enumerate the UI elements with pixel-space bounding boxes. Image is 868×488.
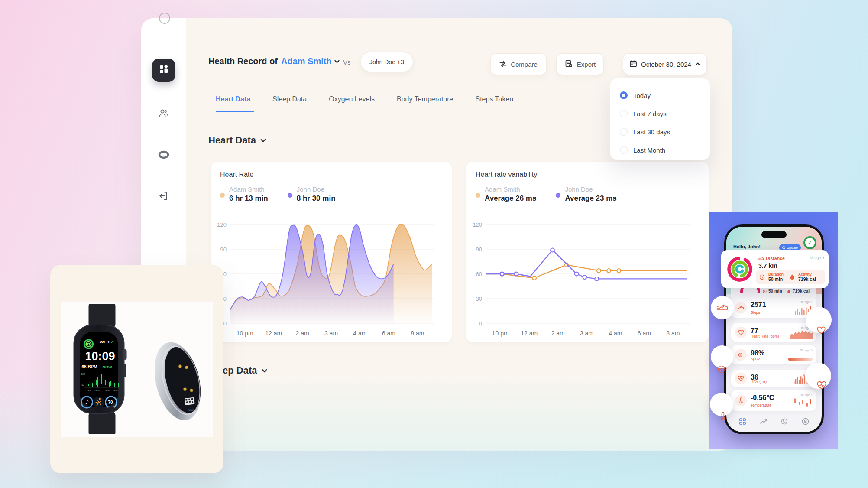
svg-text:70: 70 [108,400,113,405]
spo2-value: 98% [751,349,764,357]
svg-text:90: 90 [220,246,227,253]
heart-rate-mini-chart [790,329,813,339]
menu-item-last-month[interactable]: Last Month [620,141,710,159]
smart-ring-image: SIZE 10 [155,338,203,424]
phone-greeting: Hello, John! [733,244,761,249]
compare-button[interactable]: Compare [490,53,547,75]
smart-ring-icon [157,148,170,163]
export-button[interactable]: Export [556,53,604,75]
tab-steps-taken[interactable]: Steps Taken [476,95,514,111]
nav-profile-icon[interactable] [802,418,809,427]
refresh-icon [782,246,785,249]
o2-icon: O₂ [717,364,728,376]
devices-photo: WED 7 10:09 68 BPM NOW 104 52 12AM 6AM 1… [61,302,213,437]
legend-value: 8 hr 30 min [297,194,336,203]
radio-icon [620,128,628,136]
sleep-section-divider [208,387,710,387]
tab-oxygen-levels[interactable]: Oxygen Levels [329,95,375,111]
nav-sleep-icon[interactable] [781,418,788,427]
svg-text:12 am: 12 am [265,330,282,337]
dashboard-card: Health Record of Adam Smith Vs John Doe … [141,18,732,451]
svg-text:60: 60 [476,271,482,277]
svg-text:4 am: 4 am [353,330,366,337]
steps-card[interactable]: 2571 Steps 3h ago [731,297,816,318]
temperature-value: -0.56°C [751,394,774,402]
legend-divider [278,187,278,203]
svg-text:120: 120 [217,221,227,228]
chevron-up-icon [695,62,700,66]
hrv-label: HRV (ms) [751,379,767,384]
flame-icon [790,274,795,280]
chevron-down-icon [262,369,267,373]
health-dashboard-screen: Health Record of Adam Smith Vs John Doe … [0,0,868,488]
distance-popup-card[interactable]: Distance 3.7 km 3h ago Duration 50 min A… [721,250,829,288]
menu-item-label: Last 30 days [633,128,670,136]
chevron-right-icon [811,349,813,352]
svg-text:10 pm: 10 pm [236,330,253,337]
sidebar-item-logout[interactable] [141,190,186,203]
heart-rate-label: Heart Rate (bpm) [751,334,779,338]
svg-text:4 am: 4 am [609,330,622,337]
users-icon [158,107,170,121]
svg-text:12PM: 12PM [104,389,110,392]
svg-text:12 am: 12 am [521,330,538,337]
clock-icon [759,274,765,280]
svg-text:0: 0 [223,320,227,327]
menu-item-last-7-days[interactable]: Last 7 days [620,104,710,123]
svg-text:6 am: 6 am [638,330,651,337]
legend-name: Adam Smith [229,185,268,193]
patient-selector[interactable]: Adam Smith [281,56,340,66]
radio-icon [620,110,628,117]
spo2-card[interactable]: O₂ 98% SpO2 3h ago [731,345,816,364]
svg-text:120: 120 [473,221,482,228]
heart-rate-card[interactable]: 77 Heart Rate (bpm) 3h ago [731,323,816,342]
section-title: Heart Data [208,135,256,146]
nav-dashboard-icon[interactable] [739,418,746,427]
svg-text:8 am: 8 am [411,330,424,337]
card-timestamp: 3h ago [800,348,813,352]
chart-title: Heart Rate [220,171,442,179]
legend-value: 6 hr 13 min [229,194,268,203]
activity-rings-icon [726,256,753,283]
heart-icon [735,327,747,338]
chevron-right-icon [811,300,813,303]
goal-check-icon: ✓ [803,236,816,249]
top-divider [208,39,710,39]
dynamic-island [761,231,787,238]
tab-sleep-data[interactable]: Sleep Data [272,95,307,111]
tab-body-temperature[interactable]: Body Temperature [397,95,453,111]
activity-value: 719k cal [798,277,816,282]
menu-item-today[interactable]: Today [620,86,710,104]
svg-text:30: 30 [476,296,482,302]
legend-dot-orange [476,193,480,198]
shoe-icon [758,256,764,261]
tab-heart-data[interactable]: Heart Data [216,95,250,111]
comparison-chip-label: John Doe +3 [369,59,404,65]
legend-item: Adam Smith Average 26 ms [476,185,536,203]
sidebar-item-dashboard[interactable] [152,59,175,82]
phone-bottom-nav [726,416,822,429]
svg-text:2 am: 2 am [551,330,565,337]
menu-item-label: Today [633,92,651,99]
sidebar-item-members[interactable] [141,107,186,121]
legend-name: Adam Smith [485,185,536,193]
heart-data-section-header[interactable]: Heart Data [208,135,266,146]
sidebar-item-ring-device[interactable] [141,148,186,163]
temperature-card[interactable]: -0.56°C Temperature 3h ago [731,390,816,411]
hrv-heart-pulse-icon [735,373,747,384]
steps-label: Steps [751,310,760,315]
nav-trends-icon[interactable] [760,418,768,426]
heart-rate-chart: 030609012010 pm12 am2 am3 am4 am6 am8 am [213,218,435,341]
hrv-card[interactable]: 36 HRV (ms) 3h ago [731,370,816,387]
compare-arrows-icon [499,61,507,68]
legend-divider [546,187,546,203]
date-picker-button[interactable]: October 30, 2024 [623,53,707,75]
menu-item-last-30-days[interactable]: Last 30 days [620,123,710,141]
activity-label: Activity [798,272,816,277]
date-picker-value: October 30, 2024 [641,61,691,68]
svg-text:6AM: 6AM [95,389,100,392]
comparison-patients-chip[interactable]: John Doe +3 [360,52,413,72]
legend-item: John Doe Average 23 ms [556,185,616,203]
svg-text:0: 0 [479,320,482,327]
hrv-chart-card: Heart rate variability Adam Smith Averag… [466,162,709,342]
